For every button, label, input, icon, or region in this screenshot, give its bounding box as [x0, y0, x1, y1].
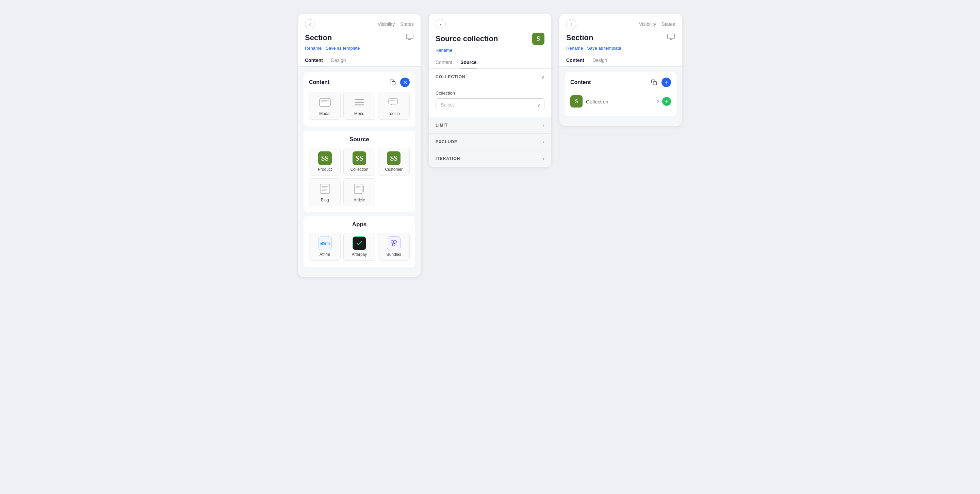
menu-icon: [353, 95, 366, 109]
article-item[interactable]: Article: [343, 178, 375, 206]
close-button[interactable]: ✕: [400, 78, 410, 87]
accordion-collection-header[interactable]: COLLECTION ∨: [429, 69, 551, 85]
blog-icon: [318, 182, 332, 195]
right-panel-header: ‹ Visibility States Section Rename Save …: [559, 14, 682, 67]
collection-label: Collection: [350, 167, 369, 172]
svg-rect-0: [406, 34, 413, 39]
blog-item[interactable]: Blog: [309, 178, 340, 206]
svg-rect-1: [392, 82, 395, 85]
modal-icon: [318, 95, 332, 109]
customer-label: Customer: [385, 167, 402, 172]
svg-rect-15: [355, 184, 362, 194]
article-label: Article: [353, 198, 365, 202]
article-icon: [353, 182, 366, 195]
save-template-link[interactable]: Save as template: [326, 46, 360, 51]
collection-item-add-button[interactable]: +: [662, 97, 671, 106]
afterpay-icon: [353, 237, 366, 250]
right-panel-title: Section: [566, 33, 593, 42]
right-copy-icon[interactable]: [649, 78, 659, 87]
bundles-icon: [387, 237, 401, 250]
source-section-title: Source: [309, 136, 410, 143]
middle-back-button[interactable]: ‹: [436, 19, 446, 29]
accordion-exclude-label: EXCLUDE: [436, 140, 457, 144]
right-rename-link[interactable]: Rename: [566, 46, 583, 51]
right-visibility-label[interactable]: Visibility: [639, 21, 656, 27]
middle-tab-content[interactable]: Content: [436, 57, 452, 68]
collection-select-wrapper: Select ∨: [436, 98, 544, 111]
chevron-down-icon: ∨: [541, 74, 544, 79]
svg-rect-5: [355, 99, 364, 100]
svg-rect-17: [356, 187, 360, 188]
right-save-template-link[interactable]: Save as template: [587, 46, 621, 51]
middle-panel-title: Source collection: [436, 34, 498, 43]
svg-rect-11: [321, 186, 328, 187]
right-desktop-icon: [667, 33, 675, 43]
left-panel-header: ‹ Visibility States Section Rename Save …: [298, 14, 421, 67]
middle-panel: ‹ Source collection S Rename Content Sou…: [429, 14, 551, 167]
customer-shopify-icon: S: [387, 151, 401, 165]
menu-item[interactable]: Menu: [343, 92, 375, 120]
accordion-limit: LIMIT ‹: [429, 117, 551, 134]
content-section-title: Content: [309, 79, 329, 86]
modal-label: Modal: [319, 111, 331, 116]
collection-field-label: Collection: [436, 91, 544, 95]
content-section: Content ✕: [304, 72, 415, 127]
right-tab-design[interactable]: Design: [592, 55, 608, 66]
accordion-limit-header[interactable]: LIMIT ‹: [429, 117, 551, 133]
bundles-label: Bundles: [387, 252, 401, 257]
right-back-button[interactable]: ‹: [566, 19, 576, 29]
product-shopify-icon: S: [318, 151, 332, 165]
collection-item-name[interactable]: Collection: [586, 98, 608, 105]
chevron-left-icon-limit: ‹: [543, 122, 544, 128]
apps-section-title: Apps: [309, 221, 410, 228]
accordion-iteration-header[interactable]: ITERATION ‹: [429, 150, 551, 167]
svg-rect-21: [668, 34, 675, 39]
content-items-grid: Modal Menu: [309, 92, 410, 120]
middle-tab-source[interactable]: Source: [460, 57, 476, 68]
svg-point-19: [394, 241, 396, 243]
tooltip-item[interactable]: Tooltip: [378, 92, 410, 120]
product-item[interactable]: S Product: [309, 148, 340, 176]
svg-rect-12: [321, 187, 327, 188]
svg-rect-3: [321, 100, 329, 101]
source-items-grid: S Product S Collection S Customer: [309, 148, 410, 176]
svg-rect-2: [320, 98, 331, 106]
tab-design[interactable]: Design: [331, 55, 346, 66]
svg-point-18: [391, 241, 394, 243]
right-tab-content[interactable]: Content: [566, 55, 584, 66]
rename-link[interactable]: Rename: [305, 46, 321, 51]
svg-rect-22: [653, 82, 657, 85]
customer-item[interactable]: S Customer: [378, 148, 410, 176]
back-button[interactable]: ‹: [305, 19, 315, 29]
collection-item-shopify-icon: S: [570, 95, 582, 108]
apps-items-grid: affirm Affirm Afterpay: [309, 233, 410, 261]
afterpay-item[interactable]: Afterpay: [343, 233, 375, 261]
desktop-icon: [406, 33, 414, 43]
afterpay-label: Afterpay: [352, 252, 367, 257]
right-add-button[interactable]: +: [662, 78, 671, 87]
accordion-iteration: ITERATION ‹: [429, 150, 551, 167]
tab-content[interactable]: Content: [305, 55, 323, 66]
accordion-exclude-header[interactable]: EXCLUDE ‹: [429, 134, 551, 150]
right-content-section: Content + S Collection: [565, 72, 676, 116]
right-panel: ‹ Visibility States Section Rename Save …: [559, 14, 682, 126]
svg-rect-14: [321, 190, 326, 191]
collection-select[interactable]: Select: [436, 98, 544, 111]
bundles-item[interactable]: Bundles: [378, 233, 410, 261]
states-label[interactable]: States: [400, 21, 414, 27]
svg-rect-13: [321, 189, 328, 189]
affirm-item[interactable]: affirm Affirm: [309, 233, 340, 261]
collection-item[interactable]: S Collection: [343, 148, 375, 176]
right-states-label[interactable]: States: [662, 21, 675, 27]
accordion-exclude: EXCLUDE ‹: [429, 134, 551, 150]
source-items-row2: Blog Article: [309, 178, 410, 206]
accordion-limit-label: LIMIT: [436, 123, 448, 127]
visibility-label[interactable]: Visibility: [378, 21, 395, 27]
svg-rect-16: [356, 186, 361, 187]
product-label: Product: [318, 167, 332, 172]
middle-rename-link[interactable]: Rename: [436, 48, 452, 53]
svg-rect-7: [355, 105, 364, 105]
chevron-left-icon-exclude: ‹: [543, 139, 544, 145]
copy-icon[interactable]: [388, 78, 398, 87]
modal-item[interactable]: Modal: [309, 92, 340, 120]
